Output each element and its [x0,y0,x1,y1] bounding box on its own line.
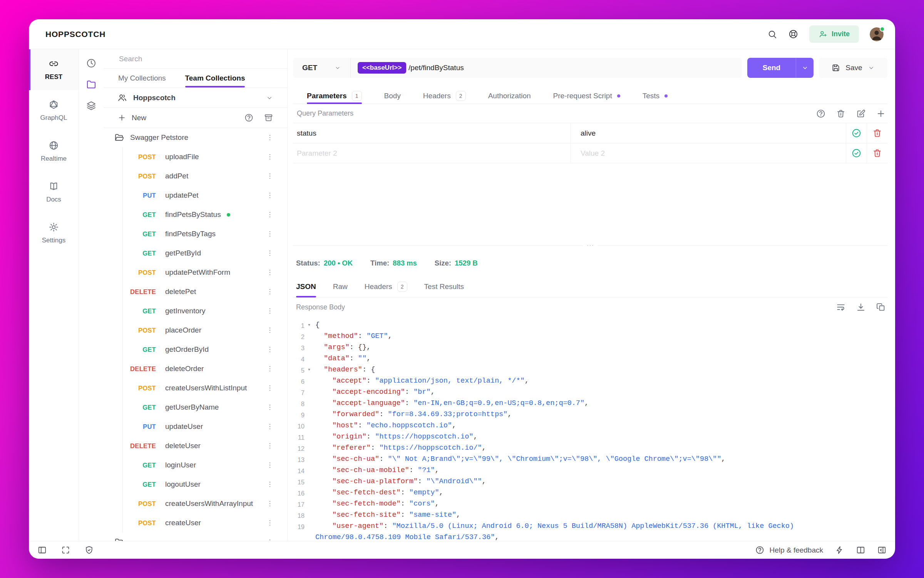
tab-my-collections[interactable]: My Collections [118,69,166,87]
send-button[interactable]: Send [747,58,796,78]
request-createuserswithlistinput[interactable]: POST createUsersWithListInput [104,378,287,398]
tab-headers[interactable]: Headers 2 [365,276,407,297]
more-options-icon[interactable] [266,384,274,392]
shortcuts-zap-icon[interactable] [835,545,844,555]
more-options-icon[interactable] [266,442,274,450]
bulk-edit-icon[interactable] [856,109,866,119]
tab-body[interactable]: Body [384,88,401,104]
request-createuserswitharrayinput[interactable]: POST createUsersWithArrayInput [104,494,287,513]
pane-resize-handle[interactable] [293,245,887,246]
request-updatepet[interactable]: PUT updatePet [104,186,287,205]
help-feedback-button[interactable]: Help & feedback [755,545,823,555]
more-options-icon[interactable] [266,133,274,142]
more-options-icon[interactable] [266,519,274,527]
request-addpet[interactable]: POST addPet [104,166,287,186]
sidebar-item-graphql[interactable]: GraphQL [29,90,79,131]
param-active-toggle-icon[interactable] [851,128,862,138]
more-options-icon[interactable] [266,210,274,219]
param-delete-icon[interactable] [872,128,882,138]
request-findpetsbytags[interactable]: GET findPetsByTags [104,224,287,244]
collection-folder-partial[interactable] [104,533,287,541]
more-options-icon[interactable] [266,249,274,257]
param-key-input[interactable] [293,129,570,138]
avatar[interactable] [870,27,884,41]
invite-button[interactable]: Invite [809,25,859,43]
more-options-icon[interactable] [266,345,274,354]
request-findpetsbystatus[interactable]: GET findPetsByStatus [104,205,287,224]
fold-toggle-icon[interactable]: ▾ [305,365,314,376]
param-value-input[interactable] [571,129,846,138]
help-icon[interactable] [244,113,254,123]
tab-raw[interactable]: Raw [333,276,348,297]
search-icon[interactable] [767,29,777,39]
toggle-sidebar-icon[interactable] [37,545,47,555]
tab-authorization[interactable]: Authorization [488,88,531,104]
param-value-input[interactable] [571,149,846,158]
interceptor-shield-icon[interactable] [84,545,94,555]
more-options-icon[interactable] [266,191,274,200]
more-options-icon[interactable] [266,153,274,161]
request-updateuser[interactable]: PUT updateUser [104,417,287,436]
new-collection-button[interactable]: New [117,113,146,122]
more-options-icon[interactable] [266,287,274,296]
shortcuts-icon[interactable] [61,545,70,555]
collections-search-input[interactable] [118,54,273,64]
tab-parameters[interactable]: Parameters 1 [307,88,362,104]
save-button[interactable]: Save [819,58,887,78]
clear-all-icon[interactable] [836,109,846,119]
sidebar-item-realtime[interactable]: Realtime [29,131,79,172]
request-logoutuser[interactable]: GET logoutUser [104,475,287,494]
collection-folder[interactable]: Swagger Petstore [104,128,287,147]
tab-test-results[interactable]: Test Results [424,276,464,297]
method-select[interactable]: GET [293,58,351,78]
request-deletepet[interactable]: DELETE deletePet [104,282,287,301]
sidebar-item-settings[interactable]: Settings [29,213,79,254]
url-input[interactable]: <<baseUrl>> /pet/findByStatus [351,58,742,78]
request-uploadfile[interactable]: POST uploadFile [104,147,287,166]
more-options-icon[interactable] [266,403,274,412]
download-icon[interactable] [856,302,866,312]
copy-icon[interactable] [876,302,886,312]
request-getuserbyname[interactable]: GET getUserByName [104,398,287,417]
tab-tests[interactable]: Tests [643,88,668,104]
param-key-input[interactable] [293,149,570,158]
request-deleteorder[interactable]: DELETE deleteOrder [104,359,287,378]
tab-pre-request-script[interactable]: Pre-request Script [553,88,620,104]
sidebar-item-docs[interactable]: Docs [29,172,79,213]
add-parameter-icon[interactable] [876,109,886,119]
request-placeorder[interactable]: POST placeOrder [104,321,287,340]
history-icon[interactable] [86,58,97,69]
response-body-editor[interactable]: 1 ▾ { 2 "method": "GET", 3 "args": {}, 4… [293,317,887,541]
more-options-icon[interactable] [266,480,274,489]
more-options-icon[interactable] [266,326,274,334]
more-options-icon[interactable] [266,365,274,373]
collapse-right-panel-icon[interactable] [877,545,887,555]
more-options-icon[interactable] [266,499,274,508]
request-loginuser[interactable]: GET loginUser [104,455,287,475]
more-options-icon[interactable] [266,230,274,238]
send-options-button[interactable] [796,58,814,78]
import-export-icon[interactable] [264,113,273,123]
fold-toggle-icon[interactable]: ▾ [305,320,314,331]
tab-json[interactable]: JSON [296,276,316,297]
support-icon[interactable] [788,29,798,39]
collections-icon[interactable] [86,79,97,90]
environments-icon[interactable] [86,100,97,111]
tab-team-collections[interactable]: Team Collections [185,69,245,87]
workspace-selector[interactable]: Hoppscotch [104,88,287,108]
request-updatepetwithform[interactable]: POST updatePetWithForm [104,263,287,282]
more-options-icon[interactable] [266,538,274,541]
more-options-icon[interactable] [266,268,274,277]
request-deleteuser[interactable]: DELETE deleteUser [104,436,287,455]
request-getinventory[interactable]: GET getInventory [104,301,287,321]
tab-headers[interactable]: Headers 2 [423,88,466,104]
column-layout-icon[interactable] [856,545,865,555]
request-createuser[interactable]: POST createUser [104,513,287,533]
request-getpetbyid[interactable]: GET getPetById [104,244,287,263]
more-options-icon[interactable] [266,307,274,315]
help-icon[interactable] [816,109,826,119]
more-options-icon[interactable] [266,422,274,431]
param-active-toggle-icon[interactable] [851,148,862,158]
more-options-icon[interactable] [266,172,274,180]
more-options-icon[interactable] [266,461,274,469]
